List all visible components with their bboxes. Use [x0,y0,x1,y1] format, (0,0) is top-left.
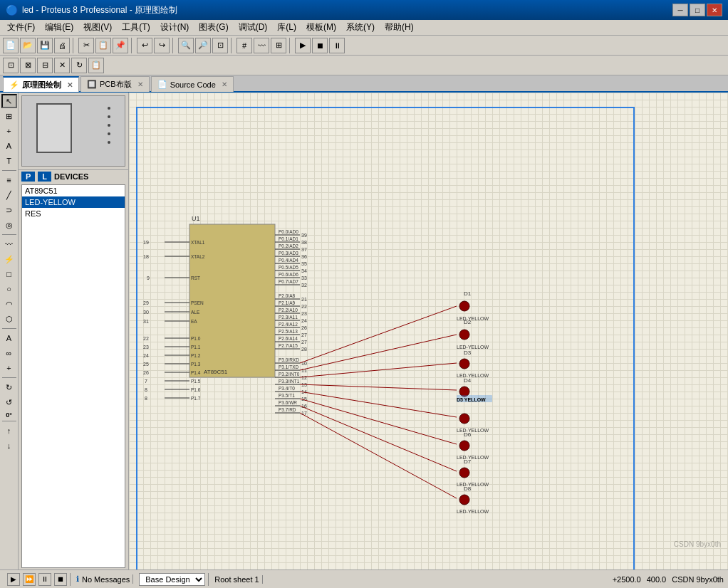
play-fast-btn[interactable]: ⏩ [23,573,36,586]
lt-wire[interactable]: ╱ [1,188,17,202]
menu-edit[interactable]: 编辑(E) [41,20,78,35]
devices-p-btn[interactable]: P [21,172,35,182]
lt-box[interactable]: □ [1,267,17,281]
menu-lib[interactable]: 库(L) [273,20,301,35]
tb-copy[interactable]: 📋 [95,38,111,53]
tab-pcb[interactable]: 🔲 PCB布版 ✕ [80,76,150,92]
lt-up[interactable]: ↑ [1,424,17,438]
tb-zoom-fit[interactable]: ⊡ [212,38,228,53]
tb-cut[interactable]: ✂ [78,38,94,53]
svg-line-124 [300,413,457,498]
menu-tools[interactable]: 工具(T) [118,20,154,35]
devices-l-btn[interactable]: L [38,172,51,182]
tb-zoom-out[interactable]: 🔎 [195,38,211,53]
tb-undo[interactable]: ↩ [137,38,152,53]
devices-list[interactable]: AT89C51 LED-YELLOW RES [21,184,125,568]
lt-probe[interactable]: ◎ [1,218,17,232]
svg-text:25: 25 [143,362,149,367]
tb-r4[interactable]: ✕ [54,58,70,73]
lt-rotate-cw[interactable]: ↻ [1,380,17,394]
schematic-canvas: U1 AT89C51 19 XTAL1 18 XTAL2 9 RST [129,93,728,569]
tb-wire[interactable]: 〰 [254,38,269,53]
svg-text:P2.7/A15: P2.7/A15 [279,343,298,348]
svg-line-123 [300,406,457,471]
tab-source-code[interactable]: 📄 Source Code ✕ [151,76,234,92]
tb-grid[interactable]: # [236,38,252,53]
lt-down[interactable]: ↓ [1,439,17,453]
svg-point-126 [459,301,469,311]
svg-point-141 [459,441,469,451]
pause-btn[interactable]: ⏸ [38,573,51,586]
tb-r2[interactable]: ⊠ [20,58,36,73]
lt-pin[interactable]: ⊃ [1,203,17,217]
device-res[interactable]: RES [22,208,125,219]
tb-r3[interactable]: ⊟ [37,58,53,73]
lt-bus[interactable]: ≡ [1,173,17,187]
tab-schematic-close[interactable]: ✕ [67,81,73,89]
lt-arc[interactable]: ◠ [1,297,17,311]
menu-system[interactable]: 系统(Y) [342,20,379,35]
close-button[interactable]: ✕ [707,4,722,16]
lt-sym[interactable]: ∞ [1,346,17,360]
lt-generator[interactable]: ⚡ [1,252,17,266]
tb-save[interactable]: 💾 [37,38,53,53]
tb-new[interactable]: 📄 [3,38,19,53]
tb-print[interactable]: 🖨 [54,38,70,53]
svg-text:LED-YELLOW: LED-YELLOW [457,428,489,433]
lt-select[interactable]: ↖ [1,94,17,108]
svg-text:P1.0: P1.0 [191,336,201,341]
svg-text:P2.5/A13: P2.5/A13 [279,329,298,334]
lt-sep1 [2,170,16,171]
lt-wire-label[interactable]: A [1,139,17,153]
stop-btn[interactable]: ⏹ [54,573,67,586]
menu-debug[interactable]: 调试(D) [234,20,272,35]
menu-template[interactable]: 模板(M) [302,20,340,35]
lt-add[interactable]: + [1,361,17,375]
lt-rotate-ccw[interactable]: ↺ [1,395,17,409]
svg-text:P3.0/RXD: P3.0/RXD [279,357,299,362]
canvas-area[interactable]: U1 AT89C51 19 XTAL1 18 XTAL2 9 RST [129,93,728,569]
tb-paste[interactable]: 📌 [113,38,128,53]
play-btn[interactable]: ▶ [7,573,20,586]
svg-text:29: 29 [143,300,149,305]
tb-pause[interactable]: ⏸ [329,38,345,53]
tb-run[interactable]: ▶ [295,38,311,53]
csdn-label: CSDN 9byx0th [672,575,724,584]
menu-help[interactable]: 帮助(H) [380,20,418,35]
lt-sep3 [2,328,16,329]
svg-text:LED-YELLOW: LED-YELLOW [457,373,489,378]
lt-text[interactable]: T [1,154,17,168]
minimize-button[interactable]: ─ [672,4,688,16]
menu-design[interactable]: 设计(N) [156,20,194,35]
tab-source-close[interactable]: ✕ [222,80,227,88]
tab-pcb-close[interactable]: ✕ [137,80,143,88]
lt-component[interactable]: ⊞ [1,109,17,123]
lt-poly[interactable]: ⬡ [1,312,17,326]
tb-zoom-in[interactable]: 🔍 [178,38,194,53]
tb-open[interactable]: 📂 [20,38,36,53]
svg-text:P3.3/INT1: P3.3/INT1 [279,379,300,384]
menu-file[interactable]: 文件(F) [3,20,39,35]
tb-r6[interactable]: 📋 [88,58,104,73]
tb-r1[interactable]: ⊡ [3,58,19,73]
svg-text:26: 26 [143,370,149,375]
lt-junction[interactable]: + [1,124,17,138]
tb-stop[interactable]: ⏹ [312,38,328,53]
lt-sep4 [2,377,16,378]
tb-comp[interactable]: ⊞ [271,38,286,53]
svg-text:P0.3/AD3: P0.3/AD3 [279,251,298,256]
device-at89c51[interactable]: AT89C51 [22,185,125,196]
tb-r5[interactable]: ↻ [71,58,87,73]
svg-text:D5 YELLOW: D5 YELLOW [457,397,486,402]
lt-circle[interactable]: ○ [1,282,17,296]
lt-text2[interactable]: A [1,331,17,345]
base-design-select[interactable]: Base Design [139,573,205,586]
menu-chart[interactable]: 图表(G) [194,20,232,35]
tb-redo[interactable]: ↪ [154,38,170,53]
svg-text:P0.5/AD5: P0.5/AD5 [279,265,298,270]
tab-schematic[interactable]: ⚡ 原理图绘制 ✕ [3,76,79,92]
menu-view[interactable]: 视图(V) [79,20,116,35]
device-led-yellow[interactable]: LED-YELLOW [22,196,125,208]
lt-tape[interactable]: 〰 [1,237,17,251]
maximize-button[interactable]: □ [690,4,705,16]
